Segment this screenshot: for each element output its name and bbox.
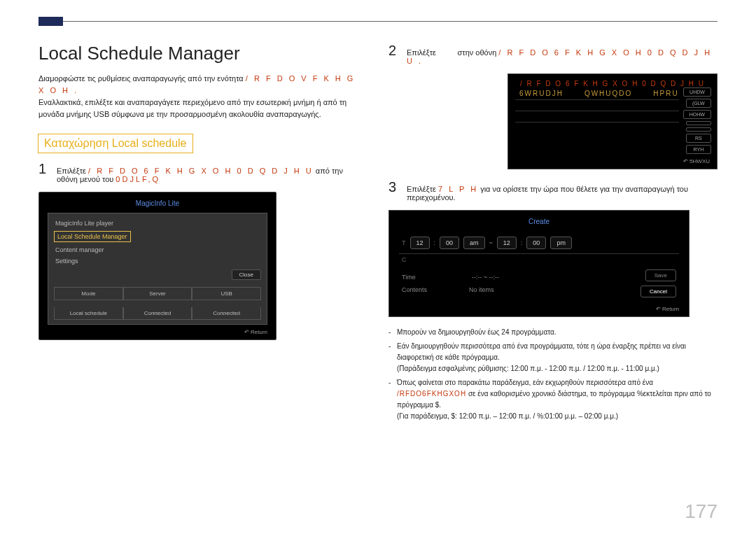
sc2-storage-v2: HPRU [653,90,678,97]
note-1: Μπορούν να δημιουργηθούν έως 24 προγράμμ… [388,327,718,338]
sc3-start-min[interactable]: 00 [440,237,459,249]
sc3-return[interactable]: Return [399,306,679,312]
note-2: Εάν δημιουργηθούν περισσότερα από ένα πρ… [388,341,718,374]
sc3-start-ampm[interactable]: am [463,237,485,249]
sc2-list: 6WRUDJH QWHUQDO HPRU [515,87,679,154]
sc2-return[interactable]: 5HWXU [515,158,710,164]
step-1-number: 1 [38,161,50,177]
sc3-end-hour[interactable]: 12 [497,237,517,249]
intro-paragraph-1: Διαμορφώστε τις ρυθμίσεις αναπαραγωγής α… [38,73,360,97]
sc3-save-button[interactable]: Save [645,269,676,281]
s2a: Επιλέξτε [407,48,436,57]
sc2-storage-v1: QWHUQDO [584,90,632,97]
s1g: / R F D O 6 F K H G X O H 0 D Q D J H U [88,167,314,175]
note-3: Όπως φαίνεται στο παρακάτω παράδειγμα, ε… [388,377,718,422]
sc3-start-hour[interactable]: 12 [410,237,430,249]
sc3-time-value: --:-- ~ --:-- [472,274,499,281]
sc3-contents-value: No items [469,286,494,293]
s2g: / R F D O 6 F K H G X O H 0 D Q D J H U … [407,48,712,65]
sc1-server-value: Connected [123,307,192,320]
sc3-time-label-left: T [402,239,406,246]
colon2: : [521,239,523,246]
screenshot-schedule-manager: / R F D O 6 F K H G X O H 0 D Q D J H U … [507,73,718,169]
sc3-c-label: C [399,254,679,265]
sc3-row-time: Time --:-- ~ --:-- [402,271,499,283]
sc3-time-label: Time [402,274,416,281]
note-2-sub: (Παράδειγμα εσφαλμένης ρύθμισης: 12:00 π… [397,365,659,372]
note-3-glitch: /RFDO6FKHGXOH [397,390,466,398]
step-1-text: Επιλέξτε / R F D O 6 F K H G X O H 0 D Q… [57,167,360,183]
s3a: Επιλέξτε [407,185,438,193]
sc2-body: 6WRUDJH QWHUQDO HPRU UHDW (GLW HOHW RS R… [515,87,710,154]
sc2-move-button[interactable]: RYH [686,145,711,154]
sc2-delete-button[interactable]: HOHW [683,110,711,119]
sc2-title-glitch: / R F D O 6 F K H G X O H 0 D Q D J H U [520,80,705,87]
sc1-item-settings[interactable]: Settings [54,255,261,267]
note-2-text: Εάν δημιουργηθούν περισσότερα από ένα πρ… [397,342,686,361]
sc2-copy-button[interactable]: RS [686,134,711,143]
sc1-status-grid: Mode Server USB [54,287,261,300]
content-columns: Local Schedule Manager Διαμορφώστε τις ρ… [38,43,718,425]
sc1-usb-value: Connected [192,307,261,320]
sc2-create-button[interactable]: UHDW [683,87,711,97]
header-rule [38,21,718,22]
page-number: 177 [685,500,718,523]
sc1-usb-header: USB [192,288,261,300]
left-column: Local Schedule Manager Διαμορφώστε τις ρ… [38,43,360,425]
sc3-contents-label: Contents [402,286,427,293]
sc1-close-button[interactable]: Close [232,269,261,280]
s3g: 7 L P H [438,185,478,193]
sc3-end-ampm[interactable]: pm [550,237,572,249]
tilde: ~ [489,239,493,246]
sc1-item-localschedule[interactable]: Local Schedule Manager [54,231,131,242]
sub-heading: Καταχώρηση Local schedule [38,134,192,153]
s2b: στην οθόνη [458,48,499,57]
page-title: Local Schedule Manager [38,43,360,64]
sc2-btn4[interactable] [686,121,711,125]
sc3-time-selector: T 12 : 00 am ~ 12 : 00 pm [399,232,679,254]
sc1-item-content[interactable]: Content manager [54,244,261,255]
sc2-row-empty2 [515,111,679,122]
sc3-end-min[interactable]: 00 [526,237,546,249]
sc2-row-storage: 6WRUDJH QWHUQDO HPRU [515,87,679,100]
sc1-item-player[interactable]: MagicInfo Lite player [54,218,261,229]
screenshot-create: Create T 12 : 00 am ~ 12 : 00 pm C Time … [388,210,690,317]
step-1: 1 Επιλέξτε / R F D O 6 F K H G X O H 0 D… [38,161,360,183]
sc1-mode-value: Local schedule [54,307,123,320]
note-3-sub: (Για παράδειγμα, $: 12:00 π.μ. – 12:00 π… [397,412,618,420]
step-3: 3 Επιλέξτε 7 L P H για να ορίσετε την ώρ… [388,179,718,202]
intro-paragraph-2: Εναλλακτικά, επιλέξτε και αναπαραγάγετε … [38,97,360,120]
intro-1a: Διαμορφώστε τις ρυθμίσεις αναπαραγωγής α… [38,74,246,83]
note-3a: Όπως φαίνεται στο παρακάτω παράδειγμα, ε… [397,379,653,386]
sc1-return[interactable]: Return [48,329,267,335]
sc2-edit-button[interactable]: (GLW [686,99,711,108]
notes-list: Μπορούν να δημιουργηθούν έως 24 προγράμμ… [388,327,718,422]
sc2-row-empty1 [515,100,679,111]
sc3-side-buttons: Save Cancel [640,269,676,297]
sc2-storage-label: 6WRUDJH [519,90,564,97]
step-2-text: Επιλέξτε στην οθόνη / R F D O 6 F K H G … [407,48,718,65]
sc1-title: MagicInfo Lite [48,199,267,207]
s1a: Επιλέξτε [57,167,88,175]
sc3-body: Time --:-- ~ --:-- Contents No items Sav… [399,265,679,302]
sc2-title: / R F D O 6 F K H G X O H 0 D Q D J H U [515,80,710,87]
step-3-number: 3 [388,179,400,195]
sc1-mode-header: Mode [54,288,123,300]
sc3-row-contents: Contents No items [402,283,499,296]
step-2: 2 Επιλέξτε στην οθόνη / R F D O 6 F K H … [388,43,718,65]
sc3-cancel-button[interactable]: Cancel [640,286,676,297]
sc1-server-header: Server [123,288,192,300]
sc2-buttons: UHDW (GLW HOHW RS RYH [683,87,711,154]
right-column: 2 Επιλέξτε στην οθόνη / R F D O 6 F K H … [388,43,718,425]
sc2-btn5[interactable] [686,127,711,132]
s1g2: 0DJLF,Q [115,175,160,183]
sc3-title: Create [399,218,679,225]
sc1-panel: MagicInfo Lite player Local Schedule Man… [48,213,267,325]
step-3-text: Επιλέξτε 7 L P H για να ορίσετε την ώρα … [407,185,718,202]
sc3-rows: Time --:-- ~ --:-- Contents No items [402,271,499,296]
step-2-number: 2 [388,43,400,59]
colon1: : [434,239,436,246]
screenshot-magicinfo-menu: MagicInfo Lite MagicInfo Lite player Loc… [38,192,276,340]
